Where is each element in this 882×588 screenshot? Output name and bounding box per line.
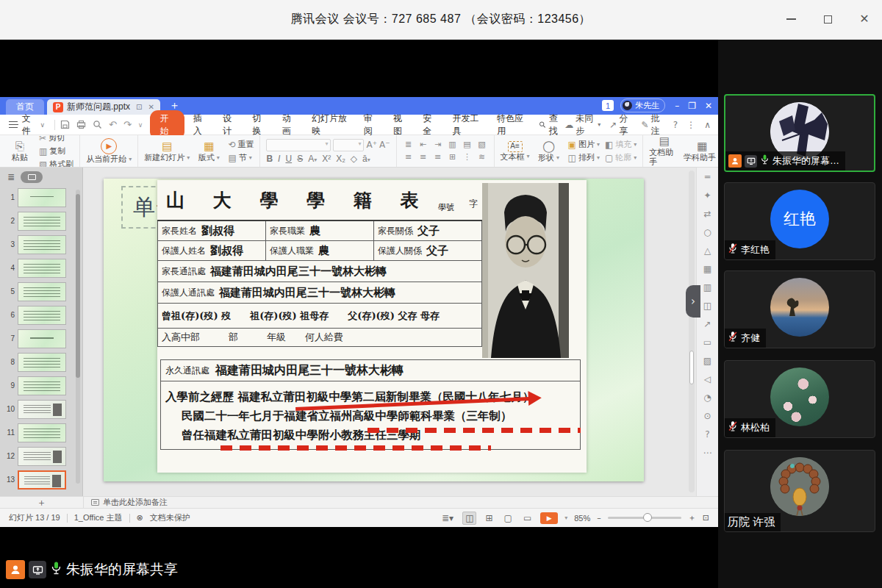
thumbnail-11[interactable]: 11 <box>0 423 74 442</box>
thumbnail-3[interactable]: 3 <box>0 235 74 254</box>
zoom-slider[interactable] <box>608 517 681 519</box>
thumbnail-5[interactable]: 5 <box>0 282 74 301</box>
settings-sliders-icon[interactable]: ◫ <box>703 301 711 311</box>
copy-button[interactable]: ▥复制 <box>39 146 74 157</box>
participant-tile-lihongyan[interactable]: 红艳 李红艳 <box>724 182 875 260</box>
more-caret-icon[interactable]: ∨ <box>138 121 143 129</box>
notes-placeholder[interactable]: 单击此处添加备注 <box>83 497 168 508</box>
more-menu-icon[interactable]: ⋮ <box>686 120 695 130</box>
slide-sorter-icon[interactable]: ⊞ <box>483 512 495 524</box>
strikethrough-button[interactable]: S <box>297 154 303 164</box>
thumbnail-12[interactable]: 12 <box>0 447 74 466</box>
thumbnail-scrollbar[interactable] <box>76 190 80 484</box>
bullets-icon[interactable]: ≣ <box>403 140 415 151</box>
outline-view-icon[interactable]: ≣ <box>7 172 15 182</box>
increase-font-icon[interactable]: A⁺ <box>366 140 377 150</box>
format-painter-button[interactable]: ▧格式刷 <box>39 159 74 168</box>
thumbnail-7[interactable]: 7 <box>0 329 74 348</box>
reset-button[interactable]: ⟲重置 <box>228 139 254 150</box>
print-preview-icon[interactable] <box>93 120 102 129</box>
italic-button[interactable]: I <box>278 154 280 164</box>
thumbnail-view-toggle[interactable] <box>21 171 43 183</box>
indent-icon[interactable]: ⇥ <box>432 140 444 151</box>
close-button[interactable]: ✕ <box>854 9 875 29</box>
participant-tile-linsongbai[interactable]: 林松柏 <box>724 360 875 438</box>
line-spacing-icon[interactable]: ⋮ <box>462 152 473 163</box>
panel-expand-arrow[interactable]: › <box>686 285 700 318</box>
canvas-scrollbar[interactable] <box>689 171 695 492</box>
wps-close-icon[interactable]: ✕ <box>705 101 712 111</box>
subscript-button[interactable]: X₂ <box>336 154 345 164</box>
participant-tile-zhuzhenhua[interactable]: 朱振华的屏幕… <box>724 94 875 172</box>
print-icon[interactable] <box>76 120 86 129</box>
thumbnail-6[interactable]: 6 <box>0 306 74 325</box>
thumbnail-8[interactable]: 8 <box>0 353 74 372</box>
export-icon[interactable]: ↗ <box>703 319 711 329</box>
theme-name[interactable]: 1_Office 主题 <box>74 512 123 523</box>
minimize-button[interactable] <box>781 9 801 29</box>
numbering-icon[interactable]: ⇤ <box>417 140 429 151</box>
zoom-out-icon[interactable]: – <box>597 513 601 523</box>
tab-document[interactable]: P 新师范问题.pptx ⊡ ✕ <box>47 99 160 115</box>
outline-button[interactable]: ▢轮廓▾ <box>605 152 637 163</box>
font-family-select[interactable] <box>266 139 331 151</box>
clear-format-button[interactable]: ◇ <box>351 154 357 164</box>
clock-icon[interactable]: ⊙ <box>703 411 711 421</box>
thumbnail-10[interactable]: 10 <box>0 400 74 419</box>
zoom-level[interactable]: 85% <box>574 514 590 523</box>
rail-handle-icon[interactable]: ═ <box>705 172 710 182</box>
sync-status-button[interactable]: ☁未同步▾ <box>564 112 600 137</box>
picture-button[interactable]: ▣图片▾ <box>568 139 600 150</box>
save-icon[interactable] <box>60 120 70 129</box>
effects-icon[interactable]: ✦ <box>703 190 711 201</box>
audio-icon[interactable]: ◁ <box>704 374 711 384</box>
layout-button[interactable]: ▦版式▾ <box>195 140 223 162</box>
underline-button[interactable]: U <box>285 154 292 164</box>
menu-search[interactable]: 查找 <box>539 112 564 137</box>
switch-icon[interactable]: ⇄ <box>703 209 711 219</box>
add-slide-button[interactable]: ＋ <box>0 496 83 509</box>
wps-minimize-icon[interactable]: – <box>675 101 679 111</box>
browse-view-icon[interactable]: ▭ <box>521 512 534 524</box>
participant-tile-xuqiang[interactable]: 历院 许强 <box>724 450 875 532</box>
align-left-icon[interactable]: ≡ <box>403 152 415 163</box>
help-button[interactable]: ? <box>673 120 678 130</box>
collapse-ribbon-icon[interactable]: ∧ <box>704 120 711 130</box>
bold-button[interactable]: B <box>266 154 273 164</box>
hamburger-icon[interactable] <box>9 121 18 128</box>
smartart-icon[interactable]: ▧ <box>476 140 488 151</box>
new-slide-button[interactable]: ▤新建幻灯片▾ <box>144 140 190 162</box>
thumbnail-2[interactable]: 2 <box>0 212 74 231</box>
zoom-knob[interactable] <box>643 513 652 522</box>
doc-assistant-button[interactable]: ▤文档助手 <box>649 135 679 167</box>
pyramid-icon[interactable]: △ <box>704 245 711 256</box>
frame-icon[interactable]: ▭ <box>703 337 711 348</box>
fill-button[interactable]: ◧填充▾ <box>605 139 637 150</box>
thumbnail-1[interactable]: 1 <box>0 188 74 207</box>
play-options-caret[interactable]: ▾ <box>564 514 567 521</box>
record-icon[interactable]: ◔ <box>703 392 711 403</box>
font-color-button[interactable]: A▾ <box>308 154 317 164</box>
arrange-button[interactable]: ◫排列▾ <box>568 152 600 163</box>
font-size-select[interactable] <box>333 139 364 151</box>
columns-icon[interactable]: ▤ <box>462 140 473 151</box>
shape-tool-icon[interactable]: ○ <box>703 227 711 237</box>
superscript-button[interactable]: X² <box>322 154 331 164</box>
reading-view-icon[interactable]: ▢ <box>502 512 514 524</box>
normal-view-icon[interactable]: ◫ <box>462 512 476 525</box>
subject-assistant-button[interactable]: ▦学科助手▾ <box>684 140 718 162</box>
pin-tab-icon[interactable]: ⊡ <box>136 103 142 111</box>
menu-file[interactable]: 文件 <box>22 112 38 137</box>
section-button[interactable]: ▤节▾ <box>228 152 254 163</box>
comment-button[interactable]: ✎批注 <box>642 112 664 137</box>
help-rail-icon[interactable]: ? <box>705 429 709 440</box>
char-tool-button[interactable]: ā▾ <box>362 154 370 164</box>
wps-restore-icon[interactable]: ❐ <box>688 101 696 111</box>
textbox-button[interactable]: A≡文本框▾ <box>501 141 530 162</box>
undo-icon[interactable]: ↶ <box>109 119 117 130</box>
text-direction-icon[interactable]: ▥ <box>447 140 459 151</box>
paste-button[interactable]: ⎘粘贴 <box>6 140 34 162</box>
thumbnail-9[interactable]: 9 <box>0 376 74 395</box>
more-rail-icon[interactable]: ⋯ <box>703 448 712 458</box>
decrease-font-icon[interactable]: A⁻ <box>379 140 390 150</box>
